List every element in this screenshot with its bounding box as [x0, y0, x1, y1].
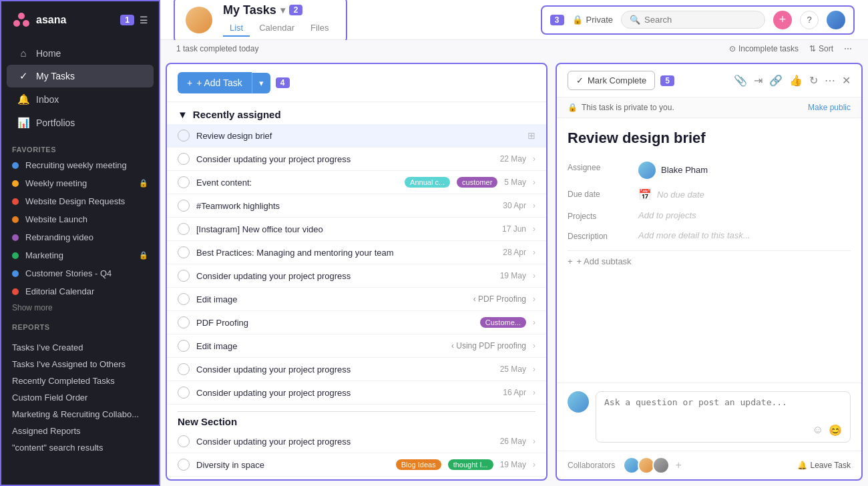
favorite-recruiting[interactable]: Recruiting weekly meeting	[1, 156, 159, 174]
favorite-label: Customer Stories - Q4	[25, 268, 112, 278]
projects-placeholder: Add to projects	[638, 210, 696, 220]
table-row[interactable]: Edit image ‹ PDF Proofing ›	[167, 288, 546, 311]
report-tasks-assigned[interactable]: Tasks I've Assigned to Others	[1, 356, 159, 373]
table-row[interactable]: [Instagram] New office tour video 17 Jun…	[167, 218, 546, 241]
task-checkbox[interactable]	[178, 459, 190, 471]
add-collaborator-button[interactable]: +	[675, 459, 681, 471]
view-tabs: List Calendar Files	[223, 20, 335, 37]
search-box[interactable]: 🔍	[621, 11, 765, 29]
sidebar-item-inbox[interactable]: 🔔 Inbox	[7, 88, 154, 111]
sidebar-item-home[interactable]: ⌂ Home	[7, 42, 154, 64]
chevron-right-icon: ›	[533, 248, 535, 257]
table-row[interactable]: Consider updating your project progress …	[167, 430, 546, 453]
description-value[interactable]: Add more detail to this task...	[638, 230, 750, 240]
collaborator-avatar-3	[652, 457, 670, 474]
due-date-placeholder: No due date	[657, 190, 704, 200]
favorite-marketing[interactable]: Marketing 🔒	[1, 246, 159, 264]
incomplete-tasks-label[interactable]: ⊙ Incomplete tasks	[729, 44, 799, 53]
task-checkbox[interactable]	[178, 270, 190, 282]
report-recently-completed[interactable]: Recently Completed Tasks	[1, 373, 159, 389]
tab-files[interactable]: Files	[304, 20, 335, 37]
task-checkbox[interactable]	[178, 246, 190, 258]
table-row[interactable]: #Teamwork highlights 30 Apr ›	[167, 194, 546, 218]
add-button[interactable]: +	[773, 11, 792, 29]
add-subtask-button[interactable]: + + Add subtask	[568, 250, 851, 272]
mark-complete-button[interactable]: ✓ Mark Complete	[568, 71, 655, 90]
chevron-down-icon: ▾	[280, 5, 285, 15]
task-checkbox[interactable]	[178, 153, 190, 165]
chevron-right-icon: ›	[533, 364, 535, 374]
task-list-scroll[interactable]: ▼ Recently assigned Review design brief …	[167, 102, 546, 479]
table-row[interactable]: Consider updating your project progress …	[167, 148, 546, 171]
task-checkbox[interactable]	[178, 176, 190, 188]
favorite-rebranding[interactable]: Rebranding video	[1, 228, 159, 246]
table-row[interactable]: Best Practices: Managing and mentoring y…	[167, 241, 546, 264]
emoji-icon[interactable]: ☺	[813, 424, 823, 437]
hamburger-icon[interactable]: ☰	[140, 15, 148, 25]
task-checkbox[interactable]	[178, 223, 190, 235]
paperclip-icon[interactable]: 📎	[734, 74, 747, 87]
due-date-label: Due date	[568, 188, 628, 199]
new-section-title: New Section	[178, 416, 237, 427]
task-checkbox[interactable]	[178, 435, 190, 447]
table-row[interactable]: PDF Proofing Custome... ›	[167, 311, 546, 334]
favorite-weekly[interactable]: Weekly meeting 🔒	[1, 174, 159, 192]
table-row[interactable]: Consider updating your project progress …	[167, 381, 546, 405]
favorite-editorial[interactable]: Editorial Calendar	[1, 282, 159, 300]
sidebar-item-portfolios[interactable]: 📊 Portfolios	[7, 111, 154, 134]
comment-input[interactable]	[604, 397, 842, 424]
smiley-icon[interactable]: 😊	[829, 424, 842, 437]
task-checkbox[interactable]	[178, 340, 190, 352]
user-avatar-small[interactable]	[827, 11, 845, 29]
add-task-button[interactable]: + + Add Task	[178, 72, 252, 93]
chain-icon[interactable]: 🔗	[769, 74, 783, 87]
task-checkbox[interactable]	[178, 316, 190, 328]
report-assigned-reports[interactable]: Assigned Reports	[1, 423, 159, 439]
projects-value[interactable]: Add to projects	[638, 210, 696, 220]
task-name: #Teamwork highlights	[196, 201, 496, 211]
more-options-button[interactable]: ⋯	[844, 44, 852, 53]
table-row[interactable]: Consider updating your project progress …	[167, 264, 546, 288]
section-arrow-icon[interactable]: ▼	[178, 109, 188, 120]
tab-calendar[interactable]: Calendar	[252, 20, 301, 37]
detail-scroll[interactable]: Review design brief Assignee Blake Pham …	[557, 118, 861, 383]
table-row[interactable]: Review design brief ⊞	[167, 124, 546, 148]
show-more-link[interactable]: Show more	[1, 300, 159, 315]
search-input[interactable]	[644, 15, 756, 25]
favorite-customer-stories[interactable]: Customer Stories - Q4	[1, 264, 159, 282]
help-button[interactable]: ?	[800, 11, 819, 29]
report-tasks-created[interactable]: Tasks I've Created	[1, 339, 159, 356]
task-checkbox[interactable]	[178, 363, 190, 375]
refresh-icon[interactable]: ↻	[809, 74, 818, 87]
add-task-bar: + + Add Task ▾ 4	[167, 64, 546, 102]
favorite-website-launch[interactable]: Website Launch	[1, 210, 159, 228]
more-icon[interactable]: ⋯	[825, 74, 835, 87]
due-date-value[interactable]: 📅 No due date	[638, 188, 704, 201]
report-content-search[interactable]: "content" search results	[1, 439, 159, 456]
sidebar-item-my-tasks-label: My Tasks	[36, 71, 75, 81]
task-tag-annual: Annual c...	[405, 177, 450, 188]
task-checkbox[interactable]	[178, 130, 190, 142]
task-checkbox[interactable]	[178, 387, 190, 399]
sidebar-item-my-tasks[interactable]: ✓ My Tasks	[7, 65, 154, 87]
table-row[interactable]: Event content: Annual c... customer 5 Ma…	[167, 171, 546, 194]
report-custom-field[interactable]: Custom Field Order	[1, 389, 159, 406]
comment-input-area[interactable]: ☺ 😊	[596, 391, 851, 443]
report-label: Recently Completed Tasks	[12, 376, 115, 386]
link-icon[interactable]: ⇥	[754, 74, 763, 87]
make-public-button[interactable]: Make public	[808, 103, 851, 112]
report-marketing-collab[interactable]: Marketing & Recruiting Collabo...	[1, 406, 159, 423]
favorite-label: Editorial Calendar	[25, 286, 94, 296]
close-icon[interactable]: ✕	[842, 74, 851, 87]
leave-task-button[interactable]: 🔔 Leave Task	[797, 461, 851, 470]
add-task-dropdown-button[interactable]: ▾	[252, 73, 270, 93]
table-row[interactable]: Consider updating your project progress …	[167, 358, 546, 381]
sort-button[interactable]: ⇅ Sort	[809, 44, 833, 53]
table-row[interactable]: Diversity in space Blog Ideas thought I.…	[167, 453, 546, 477]
thumb-up-icon[interactable]: 👍	[789, 74, 803, 87]
table-row[interactable]: Edit image ‹ Using PDF proofing ›	[167, 334, 546, 358]
task-checkbox[interactable]	[178, 293, 190, 305]
task-checkbox[interactable]	[178, 200, 190, 212]
favorite-website-design[interactable]: Website Design Requests	[1, 192, 159, 210]
tab-list[interactable]: List	[223, 20, 250, 37]
